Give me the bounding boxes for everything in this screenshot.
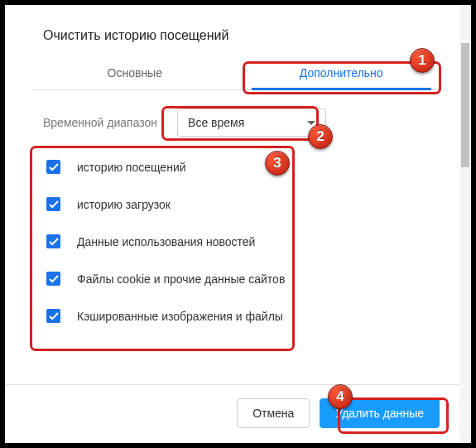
option-browsing-history[interactable]: историю посещений [31,148,445,185]
checkbox-checked-icon [46,309,60,323]
tab-advanced[interactable]: Дополнительно [238,58,445,89]
option-cached-images[interactable]: Кэшированные изображения и файлы [31,297,445,335]
scrollbar[interactable] [459,5,471,443]
chevron-down-icon [307,121,315,125]
dialog-title: Очистить историю посещений [43,28,445,43]
tab-basic-label: Основные [108,66,162,79]
time-range-row: Временной диапазон Все время [43,108,445,137]
scrollbar-thumb[interactable] [461,43,469,167]
option-label: историю посещений [77,161,186,174]
tab-basic[interactable]: Основные [31,58,238,89]
dialog-footer: Отмена Удалить данные [5,384,459,443]
tabs: Основные Дополнительно [31,58,445,90]
options-list: историю посещений историю загрузок Данны… [31,148,445,335]
checkbox-checked-icon [46,197,60,211]
time-range-label: Временной диапазон [43,116,157,129]
option-label: Файлы cookie и прочие данные сайтов [77,272,285,286]
clear-history-dialog: Очистить историю посещений Основные Допо… [5,5,471,443]
option-news-usage[interactable]: Данные использования новостей [31,223,445,260]
cancel-button[interactable]: Отмена [237,398,310,428]
option-cookies[interactable]: Файлы cookie и прочие данные сайтов [31,260,445,297]
time-range-value: Все время [188,116,244,129]
checkbox-checked-icon [46,234,60,248]
option-label: Кэшированные изображения и файлы [77,310,283,323]
tab-advanced-label: Дополнительно [300,66,383,79]
option-label: историю загрузок [77,198,171,211]
option-label: Данные использования новостей [77,235,255,248]
time-range-select[interactable]: Все время [177,108,326,137]
delete-data-button[interactable]: Удалить данные [320,398,440,428]
checkbox-checked-icon [46,272,60,286]
checkbox-checked-icon [46,160,60,174]
option-download-history[interactable]: историю загрузок [31,185,445,223]
